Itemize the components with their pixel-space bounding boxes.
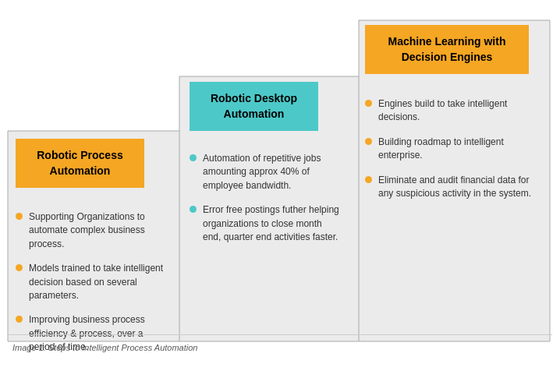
bullet-dot-icon bbox=[365, 100, 372, 107]
step3-bullet-3: Eliminate and audit financial data for a… bbox=[365, 174, 537, 201]
bullet-dot-icon bbox=[365, 138, 372, 145]
step2-bullet-1-text: Automation of repetitive jobs amounting … bbox=[203, 152, 342, 192]
step3-bullet-2-text: Building roadmap to intelligent enterpri… bbox=[378, 136, 537, 163]
step3-header: Machine Learning with Decision Engines bbox=[365, 25, 529, 74]
bullet-dot-teal-icon bbox=[190, 154, 197, 161]
step1-bullet-1: Supporting Organizations to automate com… bbox=[16, 210, 168, 251]
caption-separator bbox=[8, 334, 552, 335]
bullet-dot-teal-icon bbox=[190, 206, 197, 213]
bullet-dot-icon bbox=[16, 213, 23, 220]
step1-bullet-1-text: Supporting Organizations to automate com… bbox=[29, 210, 168, 251]
step3-bullet-3-text: Eliminate and audit financial data for a… bbox=[378, 174, 537, 201]
step3-content: Engines build to take intelligent decisi… bbox=[365, 97, 537, 211]
step1-bullet-2: Models trained to take intelligent decis… bbox=[16, 262, 168, 302]
step1-header: Robotic Process Automation bbox=[16, 139, 144, 188]
step2-bullet-1: Automation of repetitive jobs amounting … bbox=[190, 152, 342, 192]
step1-content: Supporting Organizations to automate com… bbox=[16, 210, 168, 366]
step1-bullet-2-text: Models trained to take intelligent decis… bbox=[29, 262, 168, 302]
bullet-dot-icon bbox=[16, 264, 23, 271]
step2-bullet-2: Error free postings futher helping organ… bbox=[190, 203, 342, 244]
step2-content: Automation of repetitive jobs amounting … bbox=[190, 152, 342, 255]
step3-bullet-1-text: Engines build to take intelligent decisi… bbox=[378, 97, 537, 125]
step3-header-text: Machine Learning with Decision Engines bbox=[388, 35, 506, 63]
step1-header-text: Robotic Process Automation bbox=[37, 149, 122, 177]
caption: Image 1: Steps to Intelligent Process Au… bbox=[12, 343, 197, 352]
diagram-container: Robotic Process Automation Robotic Deskt… bbox=[0, 0, 560, 358]
step3-bullet-1: Engines build to take intelligent decisi… bbox=[365, 97, 537, 125]
bullet-dot-icon bbox=[16, 316, 23, 323]
bullet-dot-icon bbox=[365, 176, 372, 183]
step3-bullet-2: Building roadmap to intelligent enterpri… bbox=[365, 136, 537, 163]
step2-header: Robotic Desktop Automation bbox=[190, 82, 318, 131]
step2-bullet-2-text: Error free postings futher helping organ… bbox=[203, 203, 342, 244]
step2-header-text: Robotic Desktop Automation bbox=[211, 92, 297, 120]
